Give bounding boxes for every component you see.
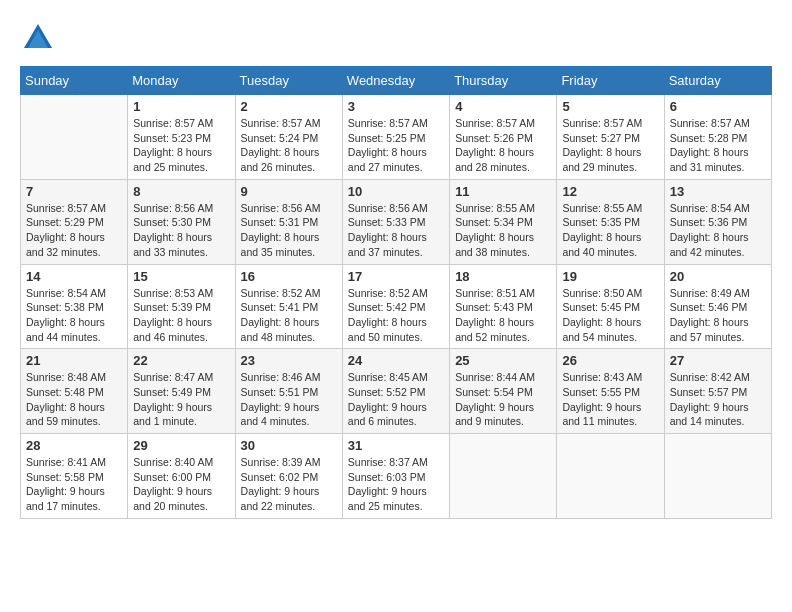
calendar-cell: 25Sunrise: 8:44 AMSunset: 5:54 PMDayligh… bbox=[450, 349, 557, 434]
calendar-cell: 3Sunrise: 8:57 AMSunset: 5:25 PMDaylight… bbox=[342, 95, 449, 180]
calendar-week-5: 28Sunrise: 8:41 AMSunset: 5:58 PMDayligh… bbox=[21, 434, 772, 519]
cell-details: Sunrise: 8:54 AMSunset: 5:36 PMDaylight:… bbox=[670, 201, 766, 260]
day-number: 10 bbox=[348, 184, 444, 199]
cell-details: Sunrise: 8:40 AMSunset: 6:00 PMDaylight:… bbox=[133, 455, 229, 514]
calendar-cell: 12Sunrise: 8:55 AMSunset: 5:35 PMDayligh… bbox=[557, 179, 664, 264]
cell-details: Sunrise: 8:57 AMSunset: 5:27 PMDaylight:… bbox=[562, 116, 658, 175]
calendar-cell: 24Sunrise: 8:45 AMSunset: 5:52 PMDayligh… bbox=[342, 349, 449, 434]
calendar-cell bbox=[21, 95, 128, 180]
header-monday: Monday bbox=[128, 67, 235, 95]
day-number: 19 bbox=[562, 269, 658, 284]
day-number: 28 bbox=[26, 438, 122, 453]
calendar-cell: 15Sunrise: 8:53 AMSunset: 5:39 PMDayligh… bbox=[128, 264, 235, 349]
calendar-cell bbox=[557, 434, 664, 519]
calendar-cell bbox=[450, 434, 557, 519]
cell-details: Sunrise: 8:42 AMSunset: 5:57 PMDaylight:… bbox=[670, 370, 766, 429]
day-number: 27 bbox=[670, 353, 766, 368]
calendar-cell: 6Sunrise: 8:57 AMSunset: 5:28 PMDaylight… bbox=[664, 95, 771, 180]
cell-details: Sunrise: 8:48 AMSunset: 5:48 PMDaylight:… bbox=[26, 370, 122, 429]
header-saturday: Saturday bbox=[664, 67, 771, 95]
day-number: 17 bbox=[348, 269, 444, 284]
day-number: 16 bbox=[241, 269, 337, 284]
header-friday: Friday bbox=[557, 67, 664, 95]
cell-details: Sunrise: 8:56 AMSunset: 5:31 PMDaylight:… bbox=[241, 201, 337, 260]
cell-details: Sunrise: 8:57 AMSunset: 5:29 PMDaylight:… bbox=[26, 201, 122, 260]
calendar-cell: 13Sunrise: 8:54 AMSunset: 5:36 PMDayligh… bbox=[664, 179, 771, 264]
calendar-cell: 29Sunrise: 8:40 AMSunset: 6:00 PMDayligh… bbox=[128, 434, 235, 519]
calendar-cell: 22Sunrise: 8:47 AMSunset: 5:49 PMDayligh… bbox=[128, 349, 235, 434]
cell-details: Sunrise: 8:52 AMSunset: 5:41 PMDaylight:… bbox=[241, 286, 337, 345]
calendar-cell: 21Sunrise: 8:48 AMSunset: 5:48 PMDayligh… bbox=[21, 349, 128, 434]
logo bbox=[20, 20, 62, 56]
day-number: 9 bbox=[241, 184, 337, 199]
day-number: 20 bbox=[670, 269, 766, 284]
cell-details: Sunrise: 8:57 AMSunset: 5:24 PMDaylight:… bbox=[241, 116, 337, 175]
calendar-week-2: 7Sunrise: 8:57 AMSunset: 5:29 PMDaylight… bbox=[21, 179, 772, 264]
calendar-cell: 9Sunrise: 8:56 AMSunset: 5:31 PMDaylight… bbox=[235, 179, 342, 264]
calendar-table: SundayMondayTuesdayWednesdayThursdayFrid… bbox=[20, 66, 772, 519]
day-number: 5 bbox=[562, 99, 658, 114]
calendar-cell bbox=[664, 434, 771, 519]
calendar-cell: 31Sunrise: 8:37 AMSunset: 6:03 PMDayligh… bbox=[342, 434, 449, 519]
header-sunday: Sunday bbox=[21, 67, 128, 95]
header-wednesday: Wednesday bbox=[342, 67, 449, 95]
cell-details: Sunrise: 8:57 AMSunset: 5:26 PMDaylight:… bbox=[455, 116, 551, 175]
calendar-cell: 4Sunrise: 8:57 AMSunset: 5:26 PMDaylight… bbox=[450, 95, 557, 180]
calendar-cell: 28Sunrise: 8:41 AMSunset: 5:58 PMDayligh… bbox=[21, 434, 128, 519]
day-number: 4 bbox=[455, 99, 551, 114]
calendar-cell: 5Sunrise: 8:57 AMSunset: 5:27 PMDaylight… bbox=[557, 95, 664, 180]
calendar-week-4: 21Sunrise: 8:48 AMSunset: 5:48 PMDayligh… bbox=[21, 349, 772, 434]
day-number: 11 bbox=[455, 184, 551, 199]
day-number: 30 bbox=[241, 438, 337, 453]
cell-details: Sunrise: 8:46 AMSunset: 5:51 PMDaylight:… bbox=[241, 370, 337, 429]
calendar-week-1: 1Sunrise: 8:57 AMSunset: 5:23 PMDaylight… bbox=[21, 95, 772, 180]
calendar-cell: 30Sunrise: 8:39 AMSunset: 6:02 PMDayligh… bbox=[235, 434, 342, 519]
calendar-cell: 16Sunrise: 8:52 AMSunset: 5:41 PMDayligh… bbox=[235, 264, 342, 349]
calendar-header-row: SundayMondayTuesdayWednesdayThursdayFrid… bbox=[21, 67, 772, 95]
cell-details: Sunrise: 8:52 AMSunset: 5:42 PMDaylight:… bbox=[348, 286, 444, 345]
calendar-cell: 14Sunrise: 8:54 AMSunset: 5:38 PMDayligh… bbox=[21, 264, 128, 349]
calendar-cell: 10Sunrise: 8:56 AMSunset: 5:33 PMDayligh… bbox=[342, 179, 449, 264]
cell-details: Sunrise: 8:43 AMSunset: 5:55 PMDaylight:… bbox=[562, 370, 658, 429]
cell-details: Sunrise: 8:55 AMSunset: 5:34 PMDaylight:… bbox=[455, 201, 551, 260]
day-number: 31 bbox=[348, 438, 444, 453]
calendar-cell: 27Sunrise: 8:42 AMSunset: 5:57 PMDayligh… bbox=[664, 349, 771, 434]
day-number: 29 bbox=[133, 438, 229, 453]
header-thursday: Thursday bbox=[450, 67, 557, 95]
cell-details: Sunrise: 8:47 AMSunset: 5:49 PMDaylight:… bbox=[133, 370, 229, 429]
day-number: 12 bbox=[562, 184, 658, 199]
day-number: 13 bbox=[670, 184, 766, 199]
calendar-cell: 20Sunrise: 8:49 AMSunset: 5:46 PMDayligh… bbox=[664, 264, 771, 349]
cell-details: Sunrise: 8:51 AMSunset: 5:43 PMDaylight:… bbox=[455, 286, 551, 345]
cell-details: Sunrise: 8:49 AMSunset: 5:46 PMDaylight:… bbox=[670, 286, 766, 345]
calendar-cell: 7Sunrise: 8:57 AMSunset: 5:29 PMDaylight… bbox=[21, 179, 128, 264]
day-number: 18 bbox=[455, 269, 551, 284]
day-number: 23 bbox=[241, 353, 337, 368]
day-number: 6 bbox=[670, 99, 766, 114]
calendar-cell: 17Sunrise: 8:52 AMSunset: 5:42 PMDayligh… bbox=[342, 264, 449, 349]
calendar-cell: 2Sunrise: 8:57 AMSunset: 5:24 PMDaylight… bbox=[235, 95, 342, 180]
cell-details: Sunrise: 8:41 AMSunset: 5:58 PMDaylight:… bbox=[26, 455, 122, 514]
cell-details: Sunrise: 8:37 AMSunset: 6:03 PMDaylight:… bbox=[348, 455, 444, 514]
day-number: 1 bbox=[133, 99, 229, 114]
cell-details: Sunrise: 8:57 AMSunset: 5:28 PMDaylight:… bbox=[670, 116, 766, 175]
calendar-cell: 18Sunrise: 8:51 AMSunset: 5:43 PMDayligh… bbox=[450, 264, 557, 349]
day-number: 24 bbox=[348, 353, 444, 368]
cell-details: Sunrise: 8:39 AMSunset: 6:02 PMDaylight:… bbox=[241, 455, 337, 514]
day-number: 22 bbox=[133, 353, 229, 368]
day-number: 7 bbox=[26, 184, 122, 199]
day-number: 21 bbox=[26, 353, 122, 368]
cell-details: Sunrise: 8:44 AMSunset: 5:54 PMDaylight:… bbox=[455, 370, 551, 429]
cell-details: Sunrise: 8:50 AMSunset: 5:45 PMDaylight:… bbox=[562, 286, 658, 345]
calendar-cell: 26Sunrise: 8:43 AMSunset: 5:55 PMDayligh… bbox=[557, 349, 664, 434]
day-number: 14 bbox=[26, 269, 122, 284]
cell-details: Sunrise: 8:56 AMSunset: 5:30 PMDaylight:… bbox=[133, 201, 229, 260]
header-tuesday: Tuesday bbox=[235, 67, 342, 95]
calendar-cell: 19Sunrise: 8:50 AMSunset: 5:45 PMDayligh… bbox=[557, 264, 664, 349]
day-number: 3 bbox=[348, 99, 444, 114]
calendar-cell: 1Sunrise: 8:57 AMSunset: 5:23 PMDaylight… bbox=[128, 95, 235, 180]
day-number: 15 bbox=[133, 269, 229, 284]
cell-details: Sunrise: 8:56 AMSunset: 5:33 PMDaylight:… bbox=[348, 201, 444, 260]
cell-details: Sunrise: 8:45 AMSunset: 5:52 PMDaylight:… bbox=[348, 370, 444, 429]
calendar-cell: 8Sunrise: 8:56 AMSunset: 5:30 PMDaylight… bbox=[128, 179, 235, 264]
